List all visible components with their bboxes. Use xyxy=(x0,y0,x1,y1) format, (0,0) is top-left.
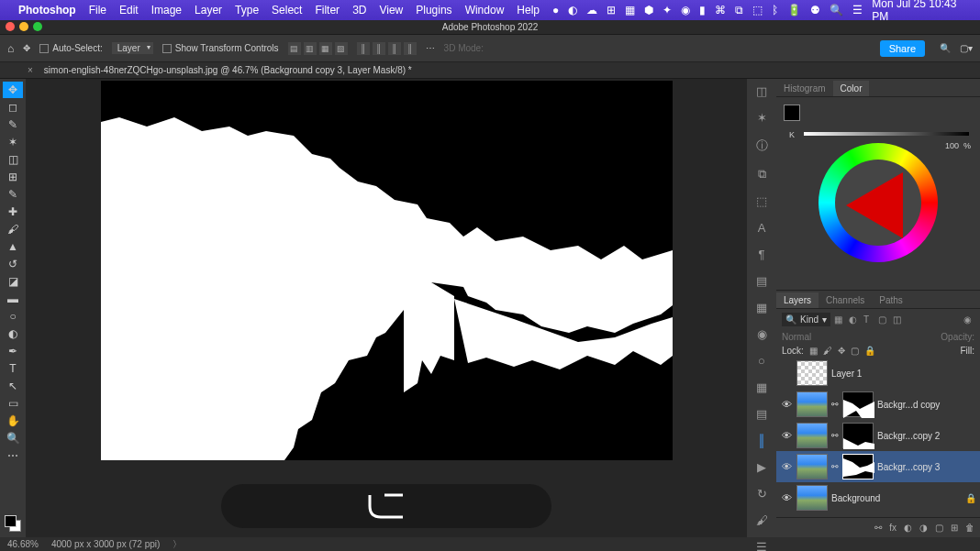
panel-icon[interactable]: ⬚ xyxy=(753,194,770,208)
filter-pixel-icon[interactable]: ▦ xyxy=(834,314,845,325)
menu-image[interactable]: Image xyxy=(151,4,182,17)
foreground-swatch[interactable] xyxy=(784,105,800,121)
filter-adjust-icon[interactable]: ◐ xyxy=(849,314,860,325)
filter-smart-icon[interactable]: ◫ xyxy=(893,314,904,325)
menu-file[interactable]: File xyxy=(89,4,106,17)
filter-toggle[interactable]: ◉ xyxy=(963,314,974,325)
close-window-button[interactable] xyxy=(6,22,15,31)
canvas-area[interactable] xyxy=(26,79,747,537)
menubar-icon[interactable]: ☁ xyxy=(586,4,597,17)
lasso-tool[interactable]: ✎ xyxy=(3,116,23,133)
tab-histogram[interactable]: Histogram xyxy=(776,81,833,96)
lock-position-icon[interactable]: ✥ xyxy=(838,346,845,356)
menubar-icon[interactable]: ⌘ xyxy=(715,4,726,17)
layer-item[interactable]: 👁 Background 🔒 xyxy=(776,482,980,513)
zoom-level[interactable]: 46.68% xyxy=(7,539,39,549)
frame-tool[interactable]: ⊞ xyxy=(3,169,23,185)
panel-icon[interactable]: ║ xyxy=(753,434,770,447)
workspace-icon[interactable]: ▢▾ xyxy=(960,43,973,53)
blur-tool[interactable]: ○ xyxy=(3,308,23,325)
menubar-icon[interactable]: ▮ xyxy=(699,4,706,17)
layer-thumbnail[interactable] xyxy=(796,360,828,386)
layer-filter-kind[interactable]: 🔍 Kind ▾ xyxy=(782,313,830,326)
share-button[interactable]: Share xyxy=(880,40,925,57)
layer-item[interactable]: 👁 ⚯ Backgr...copy 3 xyxy=(776,451,980,482)
menu-view[interactable]: View xyxy=(379,4,403,17)
layer-thumbnail[interactable] xyxy=(796,391,828,417)
home-button[interactable]: ⌂ xyxy=(7,42,14,55)
link-icon[interactable]: ⚯ xyxy=(831,462,839,471)
delete-icon[interactable]: 🗑 xyxy=(965,523,974,533)
zoom-tool[interactable]: 🔍 xyxy=(3,430,23,446)
align-button[interactable]: ▦ xyxy=(319,42,332,55)
stamp-tool[interactable]: ▲ xyxy=(3,238,23,255)
panel-icon[interactable]: ⓘ xyxy=(753,138,770,154)
panel-icon[interactable]: ○ xyxy=(753,354,770,368)
menubar-icon[interactable]: ⧉ xyxy=(735,4,743,17)
crop-tool[interactable]: ◫ xyxy=(3,151,23,168)
layer-item[interactable]: Layer 1 xyxy=(776,358,980,389)
color-wheel[interactable] xyxy=(819,143,938,262)
tab-layers[interactable]: Layers xyxy=(776,292,819,308)
tab-color[interactable]: Color xyxy=(833,81,870,96)
type-tool[interactable]: T xyxy=(3,360,23,377)
menubar-icon[interactable]: ⬢ xyxy=(644,4,653,17)
lock-all-icon[interactable]: 🔒 xyxy=(864,346,875,356)
color-swatch[interactable] xyxy=(5,515,21,532)
document-canvas[interactable] xyxy=(101,81,673,460)
heal-tool[interactable]: ✚ xyxy=(3,204,23,220)
marquee-tool[interactable]: ◻ xyxy=(3,99,23,116)
panel-icon[interactable]: ¶ xyxy=(753,248,770,261)
panel-icon[interactable]: ▦ xyxy=(753,380,770,394)
dodge-tool[interactable]: ◐ xyxy=(3,325,23,342)
menu-plugins[interactable]: Plugins xyxy=(416,4,451,17)
align-button[interactable]: ▤ xyxy=(288,42,301,55)
minimize-window-button[interactable] xyxy=(19,22,28,31)
menu-type[interactable]: Type xyxy=(235,4,259,17)
panel-icon[interactable]: A xyxy=(753,221,770,235)
menu-layer[interactable]: Layer xyxy=(195,4,222,17)
menu-select[interactable]: Select xyxy=(272,4,302,17)
menubar-icon[interactable]: ⊞ xyxy=(607,4,616,17)
blend-mode-dropdown[interactable]: Normal xyxy=(782,332,811,342)
pen-tool[interactable]: ✒ xyxy=(3,343,23,359)
menubar-icon[interactable]: ᛒ xyxy=(772,4,778,17)
close-tab-icon[interactable]: × xyxy=(28,65,33,75)
menu-help[interactable]: Help xyxy=(517,4,540,17)
layer-thumbnail[interactable] xyxy=(796,423,828,448)
panel-icon[interactable]: 🖌 xyxy=(753,513,770,527)
menubar-icon[interactable]: ◉ xyxy=(681,4,690,17)
align-button[interactable]: ▥ xyxy=(304,42,317,55)
gradient-tool[interactable]: ▬ xyxy=(3,291,23,307)
eyedropper-tool[interactable]: ✎ xyxy=(3,186,23,203)
menu-3d[interactable]: 3D xyxy=(352,4,366,17)
distribute-button[interactable]: ║ xyxy=(404,42,417,55)
path-tool[interactable]: ↖ xyxy=(3,378,23,394)
panel-icon[interactable]: ▶ xyxy=(753,460,770,474)
align-button[interactable]: ▧ xyxy=(335,42,348,55)
layer-item[interactable]: 👁 ⚯ Backgr...copy 2 xyxy=(776,420,980,451)
layer-thumbnail[interactable] xyxy=(796,454,828,479)
menubar-icon[interactable]: ◐ xyxy=(568,4,577,17)
menu-filter[interactable]: Filter xyxy=(315,4,340,17)
panel-icon[interactable]: ↻ xyxy=(753,487,770,501)
panel-icon[interactable]: ⧉ xyxy=(753,167,770,182)
control-center-icon[interactable]: ☰ xyxy=(852,4,863,17)
lock-brush-icon[interactable]: 🖌 xyxy=(823,346,832,356)
layer-mask[interactable] xyxy=(842,454,874,479)
zoom-window-button[interactable] xyxy=(33,22,42,31)
show-transform-checkbox[interactable] xyxy=(162,44,172,53)
filter-type-icon[interactable]: T xyxy=(863,314,874,325)
menubar-icon[interactable]: ⬚ xyxy=(752,4,763,17)
new-layer-icon[interactable]: ⊞ xyxy=(951,523,958,533)
panel-icon[interactable]: ✶ xyxy=(753,111,770,125)
document-tab[interactable]: simon-english-48nerZQCHgo-unsplash.jpg @… xyxy=(37,63,419,77)
history-brush-tool[interactable]: ↺ xyxy=(3,256,23,272)
doc-dimensions[interactable]: 4000 px x 3000 px (72 ppi) xyxy=(51,539,160,549)
battery-icon[interactable]: 🔋 xyxy=(787,4,801,17)
panel-icon[interactable]: ▦ xyxy=(753,301,770,314)
menu-window[interactable]: Window xyxy=(465,4,505,17)
panel-icon[interactable]: ▤ xyxy=(753,407,770,421)
layer-item[interactable]: 👁 ⚯ Backgr...d copy xyxy=(776,389,980,420)
layer-mask[interactable] xyxy=(842,391,874,417)
